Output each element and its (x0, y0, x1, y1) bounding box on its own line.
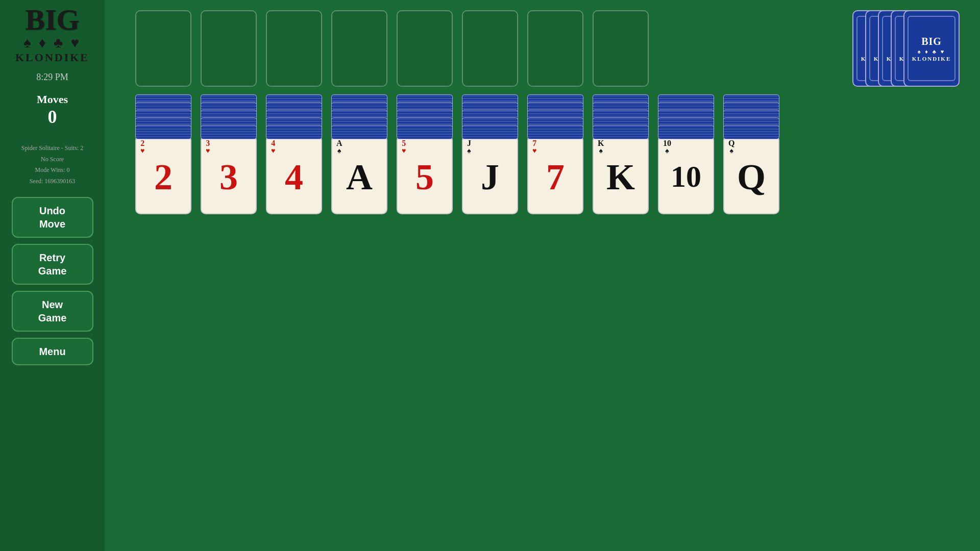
sidebar: BIG ♠ ♦ ♣ ♥ KLONDIKE 8:29 PM Moves 0 Spi… (0, 0, 105, 551)
face-down-stack-9 (658, 94, 714, 133)
card-2h[interactable]: 2 ♥ 2 (135, 135, 191, 214)
face-down-stack-10 (723, 94, 779, 133)
new-game-button[interactable]: NewGame (12, 291, 93, 332)
logo-suits: ♠ ♦ ♣ ♥ (23, 35, 81, 51)
foundation-slot-4[interactable] (331, 10, 387, 87)
tableau-col-9[interactable]: 10 ♠ 10 (658, 94, 714, 214)
tableau-col-10[interactable]: Q ♠ Q (723, 94, 779, 214)
face-down-stack-5 (397, 94, 453, 133)
time-display: 8:29 PM (36, 72, 68, 83)
moves-label: Moves (37, 93, 68, 106)
face-down-stack-2 (201, 94, 257, 133)
face-down-stack-8 (593, 94, 649, 133)
foundation-slot-3[interactable] (266, 10, 322, 87)
foundation-slot-1[interactable] (135, 10, 191, 87)
card-4h[interactable]: 4 ♥ 4 (266, 135, 322, 214)
retry-button[interactable]: RetryGame (12, 244, 93, 285)
face-down-stack-4 (331, 94, 387, 133)
face-down-stack-6 (462, 94, 518, 133)
face-down-stack-3 (266, 94, 322, 133)
foundation-slot-2[interactable] (201, 10, 257, 87)
tableau-col-8[interactable]: K ♠ K (593, 94, 649, 214)
card-5h[interactable]: 5 ♥ 5 (397, 135, 453, 214)
card-js[interactable]: J ♠ J (462, 135, 518, 214)
tableau: 2 ♥ 2 3 ♥ 3 (135, 94, 779, 214)
tableau-col-4[interactable]: A ♠ A (331, 94, 387, 214)
foundation-slot-8[interactable] (593, 10, 649, 87)
foundation-slot-7[interactable] (527, 10, 583, 87)
moves-count: 0 (48, 106, 57, 128)
face-down-stack-1 (135, 94, 191, 133)
tableau-col-6[interactable]: J ♠ J (462, 94, 518, 214)
card-qs[interactable]: Q ♠ Q (723, 135, 779, 214)
game-info: Spider Solitaire - Suits: 2 No Score Mod… (21, 143, 83, 187)
stock-pile[interactable]: BIG ♠ ♦ ♣ ♥ KLONDIKE BIG ♠ ♦ ♣ ♥ KLONDIK… (852, 10, 965, 89)
menu-button[interactable]: Menu (12, 338, 93, 365)
tableau-col-3[interactable]: 4 ♥ 4 (266, 94, 322, 214)
moves-section: Moves 0 (37, 93, 68, 128)
card-ks[interactable]: K ♠ K (593, 135, 649, 214)
game-area: BIG ♠ ♦ ♣ ♥ KLONDIKE BIG ♠ ♦ ♣ ♥ KLONDIK… (105, 0, 980, 551)
card-7h[interactable]: 7 ♥ 7 (527, 135, 583, 214)
card-10s[interactable]: 10 ♠ 10 (658, 135, 714, 214)
logo-title: BIG (25, 5, 79, 35)
seed: Seed: 1696390163 (21, 176, 83, 187)
face-down-stack-7 (527, 94, 583, 133)
game-mode: Spider Solitaire - Suits: 2 (21, 143, 83, 154)
foundation-slot-6[interactable] (462, 10, 518, 87)
tableau-col-7[interactable]: 7 ♥ 7 (527, 94, 583, 214)
game-score: No Score (21, 154, 83, 165)
logo-area: BIG ♠ ♦ ♣ ♥ KLONDIKE (15, 5, 89, 64)
undo-button[interactable]: UndoMove (12, 197, 93, 238)
mode-wins: Mode Wins: 0 (21, 165, 83, 176)
tableau-col-2[interactable]: 3 ♥ 3 (201, 94, 257, 214)
tableau-col-1[interactable]: 2 ♥ 2 (135, 94, 191, 214)
foundation-slot-5[interactable] (397, 10, 453, 87)
card-3h[interactable]: 3 ♥ 3 (201, 135, 257, 214)
card-as[interactable]: A ♠ A (331, 135, 387, 214)
stock-card-5[interactable]: BIG ♠ ♦ ♣ ♥ KLONDIKE (903, 10, 960, 87)
foundation-row (135, 10, 649, 87)
logo-subtitle: KLONDIKE (15, 51, 89, 64)
tableau-col-5[interactable]: 5 ♥ 5 (397, 94, 453, 214)
